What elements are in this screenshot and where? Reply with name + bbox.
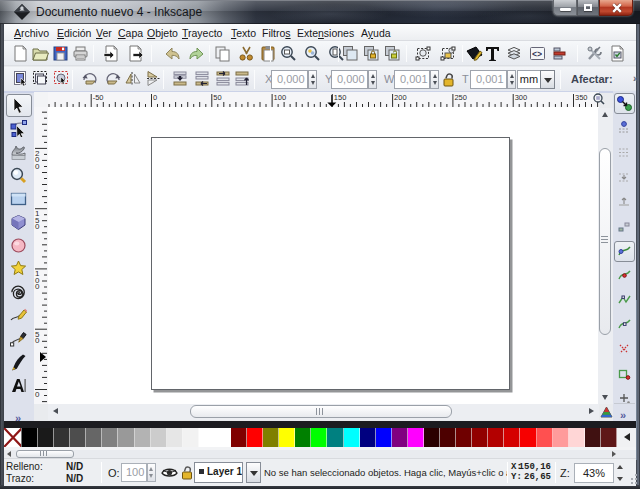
- svg-text:<>: <>: [532, 50, 542, 60]
- svg-text:0: 0: [35, 390, 40, 399]
- svg-text:0: 0: [35, 282, 40, 291]
- svg-text:350: 350: [575, 93, 588, 102]
- svg-text:300: 300: [515, 93, 528, 102]
- svg-text:100: 100: [274, 93, 287, 102]
- svg-text:200: 200: [394, 93, 407, 102]
- svg-text:0: 0: [35, 162, 40, 171]
- svg-text:0: 0: [35, 336, 40, 345]
- svg-text:50: 50: [213, 93, 221, 102]
- svg-text:0: 0: [35, 222, 40, 231]
- svg-text:250: 250: [454, 93, 467, 102]
- svg-text:0: 0: [153, 93, 157, 102]
- svg-text:-50: -50: [93, 93, 104, 102]
- svg-text:150: 150: [334, 93, 347, 102]
